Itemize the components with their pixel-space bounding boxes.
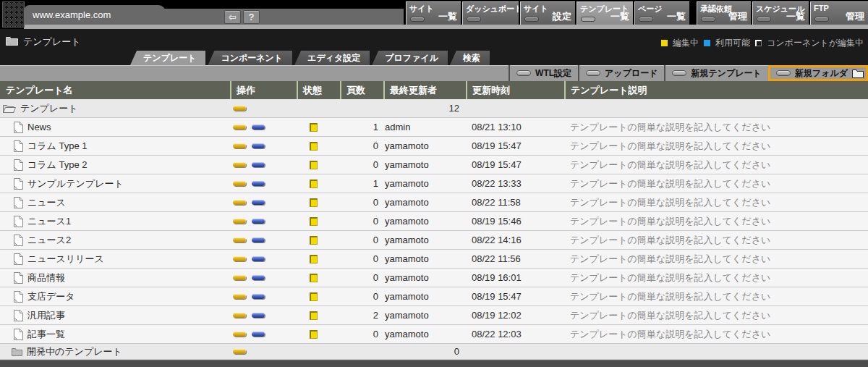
template-name-link[interactable]: 開発中のテンプレート (27, 345, 122, 358)
update-time-cell: 08/19 16:01 (472, 269, 563, 287)
template-name-link[interactable]: News (27, 122, 51, 132)
template-name-link[interactable]: 商品情報 (27, 271, 65, 284)
template-name-link[interactable]: ニュース1 (27, 215, 71, 228)
template-name-cell: ニュース1 (0, 212, 230, 230)
yellow-operation-pill[interactable] (233, 181, 246, 186)
yellow-operation-pill[interactable] (233, 313, 246, 318)
nav-item-title: ダッシュボード (463, 2, 519, 14)
page-count-cell: 1 (340, 118, 378, 136)
blue-operation-pill[interactable] (252, 162, 265, 167)
yellow-operation-pill[interactable] (233, 349, 246, 354)
last-updater-cell: yamamoto (385, 137, 464, 155)
template-name-link[interactable]: ニュース2 (27, 234, 71, 247)
yellow-operation-pill[interactable] (233, 162, 246, 167)
nav-item-8[interactable]: FTP管理 (810, 1, 868, 25)
tab-2[interactable]: コンポーネント (208, 51, 292, 65)
status-cell (310, 212, 339, 230)
blue-operation-pill[interactable] (252, 275, 265, 280)
column-header-pages[interactable]: 頁数 (340, 81, 365, 99)
column-header-description[interactable]: テンプレート説明 (564, 81, 647, 99)
back-icon[interactable]: ⇦ (224, 10, 241, 24)
nav-item-1[interactable]: サイト一覧 (406, 1, 461, 25)
yellow-operation-pill[interactable] (233, 125, 246, 130)
nav-item-4[interactable]: テンプレート一覧 (576, 1, 633, 25)
column-header-last-updater[interactable]: 最終更新者 (383, 81, 437, 99)
status-cell (310, 325, 339, 343)
nav-item-5[interactable]: ページ一覧 (634, 1, 689, 25)
template-name-link[interactable]: サンプルテンプレート (27, 177, 124, 190)
table-row: 支店データ0yamamoto08/19 15:47テンプレートの簡単な説明を記入… (0, 287, 868, 306)
tab-5[interactable]: 検索 (450, 51, 490, 65)
yellow-operation-pill[interactable] (233, 219, 246, 224)
update-time-cell: 08/22 14:16 (472, 231, 563, 249)
yellow-operation-pill[interactable] (233, 256, 246, 261)
column-header-status[interactable]: 状態 (297, 81, 322, 99)
breadcrumb: テンプレート (6, 35, 81, 48)
column-header-update-time[interactable]: 更新時刻 (466, 81, 510, 99)
help-icon[interactable]: ? (243, 10, 260, 24)
folder-icon (6, 36, 18, 48)
blue-operation-pill[interactable] (252, 237, 265, 242)
table-row: テンプレート12 (0, 99, 868, 118)
table-row: News1admin08/21 13:10テンプレートの簡単な説明を記入してくだ… (0, 118, 868, 137)
blue-operation-pill[interactable] (252, 313, 265, 318)
operations-cell (233, 325, 297, 343)
toolbar-button-4[interactable]: 新規フォルダ (768, 65, 868, 81)
nav-pill-icon (524, 17, 539, 22)
template-name-link[interactable]: テンプレート (20, 102, 78, 115)
nav-pill-icon (757, 17, 771, 22)
column-header-operations[interactable]: 操作 (230, 81, 255, 99)
description-cell: テンプレートの簡単な説明を記入してください (570, 306, 868, 324)
top-navigation: サイト一覧ダッシュボードサイト設定テンプレート一覧ページ一覧承認依頼管理スケジュ… (404, 1, 868, 25)
blue-operation-pill[interactable] (252, 332, 265, 337)
page-count-cell: 0 (340, 137, 378, 155)
template-name-cell: コラム Type 1 (0, 137, 230, 155)
toolbar-button-3[interactable]: 新規テンプレート (664, 65, 767, 81)
toolbar-button-2[interactable]: アップロード (578, 65, 664, 81)
template-name-link[interactable]: ニュース (27, 196, 66, 209)
yellow-operation-pill[interactable] (233, 237, 246, 242)
operations-cell (233, 306, 297, 324)
template-name-link[interactable]: 支店データ (27, 290, 75, 303)
nav-item-label: 設定 (553, 10, 571, 23)
blue-operation-pill[interactable] (252, 200, 265, 205)
nav-item-6[interactable]: 承認依頼管理 (697, 1, 751, 25)
nav-item-label: 一覧 (667, 10, 686, 23)
template-name-link[interactable]: コラム Type 1 (27, 140, 88, 153)
template-name-link[interactable]: ニュースリリース (27, 253, 104, 266)
template-name-link[interactable]: 汎用記事 (27, 309, 65, 322)
status-editing-icon (310, 292, 318, 301)
yellow-operation-pill[interactable] (233, 275, 246, 280)
nav-item-7[interactable]: スケジュール一覧 (752, 1, 809, 25)
column-header-name[interactable]: テンプレート名 (6, 81, 73, 99)
yellow-operation-pill[interactable] (233, 294, 246, 299)
blue-operation-pill[interactable] (252, 125, 265, 130)
description-cell: テンプレートの簡単な説明を記入してください (570, 287, 868, 305)
app-grid-icon[interactable] (2, 1, 25, 28)
tab-3[interactable]: エディタ設定 (294, 51, 370, 65)
last-updater-cell: yamamoto (385, 174, 464, 193)
yellow-operation-pill[interactable] (233, 143, 246, 148)
nav-item-2[interactable]: ダッシュボード (462, 1, 519, 25)
table-row: ニュース20yamamoto08/22 14:16テンプレートの簡単な説明を記入… (0, 231, 868, 250)
template-name-link[interactable]: コラム Type 2 (27, 159, 88, 172)
yellow-operation-pill[interactable] (233, 332, 246, 337)
document-icon (13, 216, 23, 227)
blue-operation-pill[interactable] (252, 143, 265, 148)
nav-item-label: 一覧 (438, 10, 457, 23)
status-cell (310, 306, 339, 324)
site-tab[interactable]: www.example.com (24, 5, 166, 25)
blue-operation-pill[interactable] (252, 294, 265, 299)
subheader-zone: テンプレート 編集中 利用可能 コンポーネントが編集中 テンプレートコンポーネン… (0, 29, 868, 65)
template-name-link[interactable]: 記事一覧 (27, 328, 65, 341)
blue-operation-pill[interactable] (252, 256, 265, 261)
nav-item-3[interactable]: サイト設定 (520, 1, 575, 25)
tab-4[interactable]: プロファイル (372, 51, 448, 65)
yellow-operation-pill[interactable] (233, 200, 246, 205)
blue-operation-pill[interactable] (252, 219, 265, 224)
blue-operation-pill[interactable] (252, 181, 265, 186)
document-icon (13, 178, 23, 190)
tab-1[interactable]: テンプレート (130, 51, 205, 65)
yellow-operation-pill[interactable] (233, 106, 246, 111)
toolbar-button-1[interactable]: WTL設定 (509, 65, 578, 81)
